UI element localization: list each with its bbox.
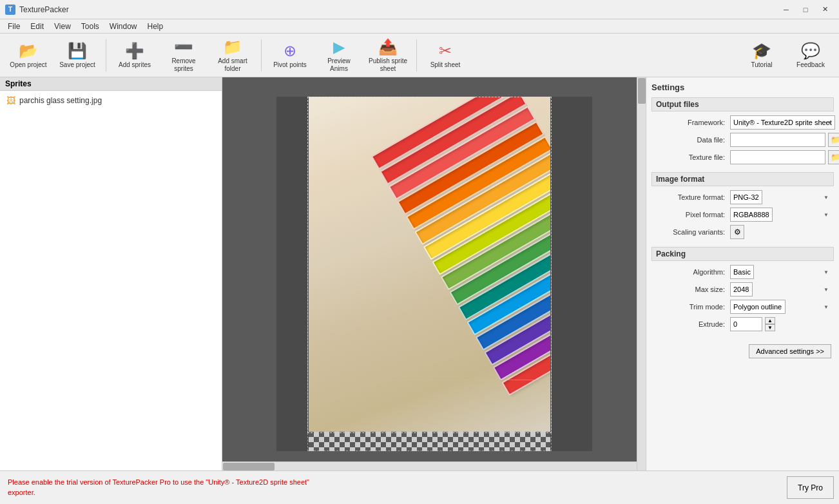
- toolbar-separator-3: [416, 39, 417, 72]
- pixel-format-select-wrapper: RGBA8888: [730, 208, 831, 222]
- canvas-inner: [222, 77, 646, 470]
- algorithm-label: Algorithm:: [654, 268, 725, 276]
- sprites-panel: Sprites 🖼 parchis glass setting.jpg: [0, 77, 222, 470]
- split-sheet-label: Split sheet: [430, 61, 461, 69]
- publish-sprite-sheet-button[interactable]: 📤 Publish sprite sheet: [365, 37, 411, 74]
- data-file-label: Data file:: [654, 136, 725, 144]
- save-project-button[interactable]: 💾 Save project: [54, 37, 101, 74]
- remove-sprites-button[interactable]: ➖ Remove sprites: [160, 37, 207, 74]
- texture-format-row: Texture format: PNG-32: [651, 190, 834, 204]
- menu-view[interactable]: View: [49, 21, 76, 32]
- framework-label: Framework:: [654, 119, 725, 126]
- extrude-control: ▲ ▼: [730, 317, 831, 331]
- extrude-input[interactable]: [730, 317, 762, 331]
- vertical-scrollbar-thumb[interactable]: [638, 78, 646, 104]
- trim-mode-control: Polygon outline: [730, 300, 831, 314]
- data-file-control: 📁: [730, 133, 839, 147]
- feedback-label: Feedback: [796, 61, 825, 69]
- scaling-variants-row: Scaling variants: ⚙: [651, 225, 834, 239]
- framework-control: Unity® - Texture2D sprite sheet: [730, 115, 835, 130]
- sprite-name: parchis glass setting.jpg: [19, 96, 102, 105]
- pixel-format-control: RGBA8888: [730, 208, 831, 222]
- max-size-select[interactable]: 2048: [730, 282, 753, 296]
- feedback-icon: 💬: [801, 42, 820, 60]
- sprites-header: Sprites: [0, 77, 222, 91]
- menu-edit[interactable]: Edit: [25, 21, 49, 32]
- horizontal-scrollbar[interactable]: [222, 461, 637, 470]
- extrude-label: Extrude:: [654, 320, 725, 328]
- vertical-scrollbar[interactable]: [637, 77, 646, 470]
- remove-sprites-label: Remove sprites: [164, 57, 204, 73]
- output-files-section: Output files Framework: Unity® - Texture…: [651, 97, 834, 164]
- packing-title: Packing: [651, 247, 834, 261]
- split-sheet-icon: ✂: [439, 42, 452, 60]
- extrude-up-button[interactable]: ▲: [765, 317, 775, 324]
- output-files-title: Output files: [651, 97, 834, 111]
- scaling-variants-label: Scaling variants:: [654, 228, 725, 236]
- maximize-button[interactable]: □: [796, 3, 815, 16]
- texture-file-input[interactable]: [730, 150, 825, 164]
- add-sprites-icon: ➕: [125, 42, 144, 60]
- data-file-input[interactable]: [730, 133, 825, 147]
- pixel-format-label: Pixel format:: [654, 211, 725, 218]
- sprite-viewport: [276, 97, 592, 451]
- canvas-area[interactable]: [222, 77, 646, 470]
- pivot-points-button[interactable]: ⊕ Pivot points: [267, 37, 313, 74]
- advanced-settings-container: Advanced settings >>: [651, 344, 834, 358]
- framework-select[interactable]: Unity® - Texture2D sprite sheet: [730, 115, 835, 130]
- texture-file-folder-button[interactable]: 📁: [828, 150, 839, 164]
- algorithm-select-wrapper: Basic: [730, 265, 831, 279]
- right-gray: [550, 97, 592, 451]
- advanced-settings-button[interactable]: Advanced settings >>: [749, 344, 831, 358]
- open-project-button[interactable]: 📂 Open project: [5, 37, 52, 74]
- feedback-button[interactable]: 💬 Feedback: [787, 37, 834, 74]
- texture-format-label: Texture format:: [654, 193, 725, 201]
- sprites-list: 🖼 parchis glass setting.jpg: [0, 91, 222, 470]
- trim-mode-select[interactable]: Polygon outline: [730, 300, 786, 314]
- pivot-points-icon: ⊕: [284, 42, 296, 60]
- preview-anims-button[interactable]: ▶ Preview Anims: [316, 37, 362, 74]
- algorithm-row: Algorithm: Basic: [651, 265, 834, 279]
- tutorial-label: Tutorial: [751, 61, 773, 69]
- app-title: TexturePacker: [19, 5, 777, 14]
- menu-window[interactable]: Window: [104, 21, 142, 32]
- algorithm-select[interactable]: Basic: [730, 265, 754, 279]
- try-pro-button[interactable]: Try Pro: [787, 476, 834, 499]
- save-project-icon: 💾: [68, 42, 87, 60]
- scaling-variants-button[interactable]: ⚙: [730, 225, 744, 239]
- menu-tools[interactable]: Tools: [76, 21, 104, 32]
- algorithm-control: Basic: [730, 265, 831, 279]
- menu-file[interactable]: File: [3, 21, 25, 32]
- settings-panel: Settings Output files Framework: Unity® …: [646, 77, 839, 470]
- packing-section: Packing Algorithm: Basic Max size:: [651, 247, 834, 331]
- trim-mode-label: Trim mode:: [654, 303, 725, 311]
- main-content: Sprites 🖼 parchis glass setting.jpg: [0, 77, 839, 470]
- texture-file-control: 📁: [730, 150, 839, 164]
- sprite-item[interactable]: 🖼 parchis glass setting.jpg: [3, 93, 219, 108]
- add-smart-folder-label: Add smart folder: [213, 57, 253, 73]
- extrude-down-button[interactable]: ▼: [765, 324, 775, 331]
- menubar: File Edit View Tools Window Help: [0, 19, 839, 34]
- add-smart-folder-button[interactable]: 📁 Add smart folder: [209, 37, 256, 74]
- scaling-variants-control: ⚙: [730, 225, 831, 239]
- tutorial-button[interactable]: 🎓 Tutorial: [738, 37, 785, 74]
- add-sprites-button[interactable]: ➕ Add sprites: [111, 37, 158, 74]
- horizontal-scrollbar-thumb[interactable]: [223, 463, 275, 470]
- add-smart-folder-icon: 📁: [223, 38, 242, 56]
- texture-file-label: Texture file:: [654, 153, 725, 161]
- minimize-button[interactable]: ─: [777, 3, 795, 16]
- split-sheet-button[interactable]: ✂ Split sheet: [422, 37, 468, 74]
- max-size-select-wrapper: 2048: [730, 282, 831, 296]
- data-file-folder-button[interactable]: 📁: [828, 133, 839, 147]
- status-message-area: Please enable the trial version of Textu…: [0, 471, 782, 504]
- preview-anims-icon: ▶: [333, 38, 345, 56]
- toolbar-separator-1: [106, 39, 106, 72]
- framework-select-wrapper: Unity® - Texture2D sprite sheet: [730, 115, 835, 130]
- texture-format-select[interactable]: PNG-32: [730, 190, 762, 204]
- remove-sprites-icon: ➖: [174, 38, 193, 56]
- menu-help[interactable]: Help: [142, 21, 169, 32]
- pixel-format-select[interactable]: RGBA8888: [730, 208, 773, 222]
- texture-format-select-wrapper: PNG-32: [730, 190, 831, 204]
- pivot-points-label: Pivot points: [273, 61, 307, 69]
- close-button[interactable]: ✕: [816, 3, 834, 16]
